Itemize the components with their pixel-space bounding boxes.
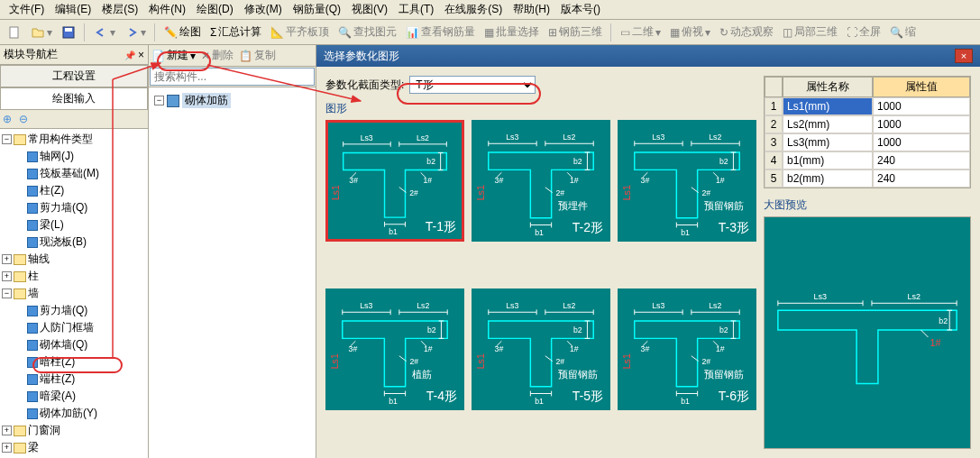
svg-text:3#: 3# [641,176,650,185]
tree-item[interactable]: 剪力墙(Q) [40,200,87,215]
redo-button[interactable]: ▾ [121,23,150,41]
menu-rebar[interactable]: 钢筋量(Q) [288,0,346,19]
svg-text:3#: 3# [349,176,358,185]
tree-toggle[interactable]: + [2,443,12,453]
menu-file[interactable]: 文件(F) [4,0,50,19]
open-file-button[interactable]: ▾ [27,23,56,41]
grid-icon [27,151,38,162]
menu-draw[interactable]: 绘图(D) [191,0,239,19]
component-list[interactable]: − 砌体加筋 [149,87,316,458]
property-row[interactable]: 2Ls2(mm)1000 [765,115,970,133]
menu-modify[interactable]: 修改(M) [239,0,288,19]
tree-group[interactable]: 柱 [28,269,39,284]
tree-item[interactable]: 剪力墙(Q) [40,303,87,318]
tree-item[interactable]: 现浇板(B) [40,234,87,250]
item-icon [27,391,38,402]
property-table[interactable]: 属性名称 属性值 1Ls1(mm)10002Ls2(mm)10003Ls3(mm… [764,76,971,188]
svg-text:b2: b2 [427,325,436,334]
tree-toggle[interactable]: + [2,254,12,264]
menu-component[interactable]: 构件(N) [143,0,191,19]
shape-option-6[interactable]: Ls3 Ls2 b2 1# 2# 3# b1 Ls1 预留钢筋 T-6形 [618,289,756,410]
tree-group[interactable]: 轴线 [28,252,50,267]
delete-button[interactable]: ✕ 删除 [201,48,234,63]
svg-text:b1: b1 [535,397,544,406]
tree-root[interactable]: 常用构件类型 [28,132,93,147]
shape-option-1[interactable]: Ls3 Ls2 b2 1# 2# 3# b1 Ls1 T-1形 [325,120,464,242]
menu-floor[interactable]: 楼层(S) [96,0,143,19]
menu-online[interactable]: 在线服务(S) [439,0,508,19]
view-2d-button[interactable]: ▭ 二维 ▾ [617,23,664,41]
tree-item[interactable]: 人防门框墙 [40,320,94,335]
find-element-button[interactable]: 🔍 查找图元 [334,23,400,41]
tree-item[interactable]: 端柱(Z) [40,371,75,387]
folder-icon [14,426,26,436]
tree-group[interactable]: 墙 [28,286,39,301]
copy-button[interactable]: 📋 复制 [239,48,276,63]
component-icon [167,95,179,107]
tree-item[interactable]: 筏板基础(M) [40,166,99,181]
shape-option-3[interactable]: Ls3 Ls2 b2 1# 2# 3# b1 Ls1 预留钢筋 T-3形 [618,120,756,242]
menu-version[interactable]: 版本号() [555,0,606,19]
collapse-icon[interactable]: ⊖ [18,112,32,126]
tree-item[interactable]: 砌体墙(Q) [40,337,87,353]
close-button[interactable]: × [955,49,973,63]
folder-icon [14,289,26,299]
close-panel-icon[interactable]: × [138,49,144,61]
menu-view[interactable]: 视图(V) [346,0,393,19]
tree-item[interactable]: 柱(Z) [40,183,64,198]
property-row[interactable]: 1Ls1(mm)1000 [765,97,970,115]
tree-item[interactable]: 暗柱(Z) [40,354,75,370]
tree-toggle[interactable]: + [2,271,12,281]
fullscreen-button[interactable]: ⛶ 全屏 [843,23,884,41]
flat-top-button[interactable]: 📐 平齐板顶 [267,23,333,41]
expand-icon[interactable]: ⊕ [2,112,16,126]
new-file-button[interactable] [4,23,25,41]
prop-header-value: 属性值 [873,77,970,97]
shape-option-4[interactable]: Ls3 Ls2 b2 1# 2# 3# b1 Ls1 植筋 T-4形 [325,289,464,410]
undo-button[interactable]: ▾ [90,23,119,41]
new-button[interactable]: 📄 新建 ▾ [151,48,196,63]
tree-group[interactable]: 梁 [28,440,39,455]
preview-label: 大图预览 [764,197,971,213]
property-row[interactable]: 5b2(mm)240 [765,169,970,188]
tree-toggle[interactable]: − [2,289,12,298]
component-tree[interactable]: −常用构件类型 轴网(J) 筏板基础(M) 柱(Z) 剪力墙(Q) 梁(L) 现… [0,129,148,458]
draw-button[interactable]: ✏️ 绘图 [160,23,205,41]
prop-header-name: 属性名称 [783,77,873,97]
type-label: 参数化截面类型: [325,78,404,93]
tree-item[interactable]: 轴网(J) [40,149,74,164]
property-row[interactable]: 3Ls3(mm)1000 [765,133,970,151]
sum-button[interactable]: Σ 汇总计算 [206,23,265,41]
beam-icon [27,220,38,231]
tree-item[interactable]: 暗梁(A) [40,389,76,404]
tab-project-settings[interactable]: 工程设置 [0,65,148,87]
section-type-select[interactable]: T形 [409,76,536,94]
tree-toggle[interactable]: − [2,134,12,144]
tree-item-masonry-reinforce[interactable]: 砌体加筋(Y) [40,406,97,421]
property-row[interactable]: 4b1(mm)240 [765,151,970,169]
menu-tool[interactable]: 工具(T) [393,0,439,19]
menu-help[interactable]: 帮助(H) [508,0,555,19]
svg-text:b1: b1 [681,228,690,237]
svg-text:预埋件: 预埋件 [558,200,588,211]
zoom-button[interactable]: 🔍 缩 [886,23,920,41]
svg-text:Ls2: Ls2 [709,133,721,142]
rebar-3d-button[interactable]: ⊞ 钢筋三维 [545,23,606,41]
component-item[interactable]: 砌体加筋 [182,93,231,108]
view-rebar-button[interactable]: 📊 查看钢筋量 [402,23,479,41]
batch-select-button[interactable]: ▦ 批量选择 [481,23,543,41]
dyn-view-button[interactable]: ↻ 动态观察 [716,23,777,41]
pin-icon[interactable]: 📌 [124,50,135,60]
menu-edit[interactable]: 编辑(E) [50,0,96,19]
shape-option-5[interactable]: Ls3 Ls2 b2 1# 2# 3# b1 Ls1 预留钢筋 T-5形 [472,289,610,410]
save-button[interactable] [58,23,79,41]
local-3d-button[interactable]: ◫ 局部三维 [779,23,841,41]
tree-item[interactable]: 梁(L) [40,217,64,233]
shape-option-2[interactable]: Ls3 Ls2 b2 1# 2# 3# b1 Ls1 预埋件 T-2形 [472,120,610,242]
svg-text:Ls3: Ls3 [506,301,518,310]
top-view-button[interactable]: ▦ 俯视 ▾ [666,23,714,41]
search-input[interactable] [150,68,315,86]
tree-group[interactable]: 门窗洞 [28,423,60,438]
tab-draw-input[interactable]: 绘图输入 [0,87,148,109]
tree-toggle[interactable]: + [2,426,12,435]
